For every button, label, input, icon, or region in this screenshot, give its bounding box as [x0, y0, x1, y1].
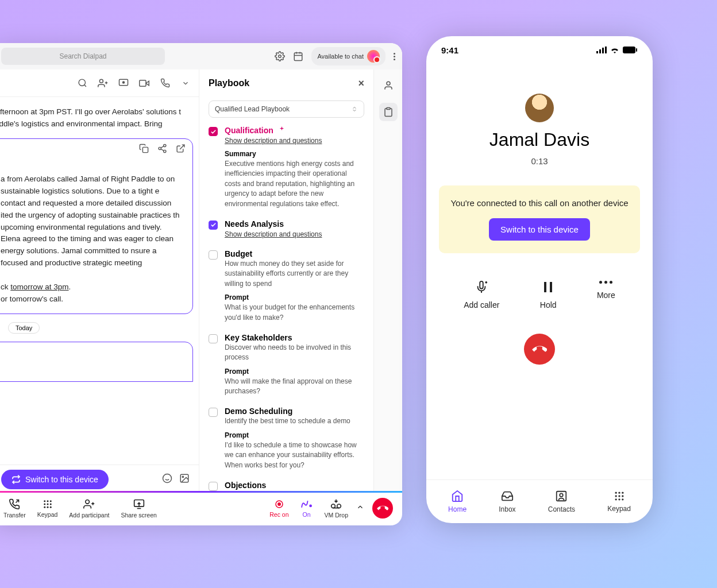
search-placeholder: Search Dialpad — [59, 52, 106, 60]
add-participant-button[interactable]: Add participant — [63, 498, 115, 519]
playbook-item: Key Stakeholders Discover who needs to b… — [209, 333, 364, 397]
profile-rail-button[interactable] — [379, 76, 398, 95]
svg-point-33 — [47, 503, 48, 505]
record-button[interactable]: Rec on — [264, 499, 294, 518]
playbook-item-title: Demo Scheduling — [225, 407, 364, 416]
svg-point-64 — [618, 492, 620, 494]
vm-drop-button[interactable]: VM Drop — [319, 498, 354, 519]
more-button[interactable]: More — [597, 281, 615, 310]
external-link-icon[interactable] — [175, 144, 186, 154]
svg-point-17 — [163, 150, 165, 153]
keypad-button[interactable]: Keypad — [32, 499, 64, 518]
emoji-icon[interactable] — [162, 473, 172, 483]
nav-home[interactable]: Home — [448, 490, 467, 513]
ai-toggle-button[interactable]: On — [295, 499, 319, 518]
playbook-item-title: Needs Analysis — [225, 219, 364, 229]
svg-marker-13 — [146, 81, 149, 86]
svg-line-20 — [180, 145, 184, 149]
playbook-text: Executive mentions high energy costs and… — [225, 159, 364, 209]
checkbox-icon[interactable] — [209, 127, 218, 136]
conversation-body: s afternoon at 3pm PST. I'll go over Aer… — [0, 97, 199, 465]
phone-icon[interactable] — [160, 78, 170, 88]
nav-keypad[interactable]: Keypad — [607, 490, 631, 513]
svg-rect-51 — [599, 49, 601, 53]
message-snippet: s afternoon at 3pm PST. I'll go over Aer… — [0, 103, 193, 138]
playbook-desc: Discover who needs to be involved in thi… — [225, 343, 364, 363]
video-icon[interactable] — [139, 78, 149, 88]
transfer-button[interactable]: Transfer — [0, 498, 32, 519]
svg-point-35 — [44, 506, 45, 508]
more-menu-icon[interactable] — [394, 53, 395, 60]
playbook-select[interactable]: Qualified Lead Playbook — [209, 100, 364, 118]
user-avatar — [367, 50, 380, 63]
add-person-icon[interactable] — [98, 78, 108, 88]
caller-name: Jamal Davis — [489, 129, 589, 150]
gear-icon[interactable] — [275, 51, 285, 61]
checkbox-icon[interactable] — [209, 482, 218, 491]
switch-device-button[interactable]: Switch to this device — [1, 470, 109, 489]
chevron-up-icon[interactable] — [356, 503, 364, 513]
playbook-item: Objections Uncover current concerns the … — [209, 481, 364, 491]
copy-icon[interactable] — [138, 144, 149, 154]
search-icon[interactable] — [77, 78, 87, 88]
more-icon — [599, 281, 612, 284]
share-screen-button[interactable]: Share screen — [115, 498, 162, 519]
hold-button[interactable]: Hold — [540, 281, 557, 310]
svg-rect-50 — [596, 51, 598, 53]
svg-point-37 — [49, 506, 51, 508]
calendar-icon[interactable] — [293, 51, 303, 61]
playbook-desc: How much money do they set aside for sus… — [225, 259, 364, 289]
svg-point-26 — [387, 82, 390, 85]
nav-contacts[interactable]: Contacts — [548, 490, 575, 513]
hangup-button[interactable] — [524, 334, 555, 365]
add-caller-button[interactable]: Add caller — [464, 281, 499, 310]
svg-point-11 — [123, 82, 125, 83]
show-description-link[interactable]: Show description and questions — [225, 230, 322, 238]
svg-point-25 — [182, 476, 183, 477]
status-pill[interactable]: Available to chat — [311, 47, 386, 65]
wifi-icon — [610, 45, 619, 55]
search-input[interactable]: Search Dialpad — [1, 48, 165, 65]
svg-point-29 — [44, 500, 45, 502]
switch-device-button[interactable]: Switch to this device — [489, 218, 590, 241]
svg-point-30 — [47, 500, 48, 502]
svg-point-16 — [159, 148, 161, 150]
playbook-item-title: Objections — [225, 481, 364, 490]
svg-line-18 — [161, 149, 164, 151]
chevron-down-icon[interactable] — [180, 78, 191, 88]
signal-icon — [596, 45, 607, 55]
checkbox-icon[interactable] — [209, 250, 218, 260]
hangup-button[interactable] — [372, 498, 393, 519]
summary-text: a from Aerolabs called Jamal of Right Pa… — [1, 173, 182, 305]
call-control-bar: Transfer Keypad Add participant Share sc… — [0, 491, 402, 525]
playbook-item: Qualification Show description and quest… — [209, 126, 364, 209]
show-description-link[interactable]: Show description and questions — [225, 137, 322, 145]
svg-point-62 — [560, 493, 564, 497]
screen-share-icon[interactable] — [118, 78, 129, 88]
svg-point-70 — [618, 498, 620, 500]
playbook-item: Budget How much money do they set aside … — [209, 249, 364, 323]
checkbox-icon[interactable] — [209, 334, 218, 343]
active-note-card[interactable] — [0, 342, 193, 382]
battery-icon — [623, 45, 638, 55]
svg-rect-52 — [602, 48, 604, 53]
time-link[interactable]: tomorrow at 3pm — [10, 283, 68, 291]
image-icon[interactable] — [179, 473, 190, 483]
checkbox-icon[interactable] — [209, 220, 218, 230]
checkbox-icon[interactable] — [209, 408, 218, 417]
status-text: Available to chat — [317, 53, 364, 60]
playbook-subheading: Prompt — [225, 293, 364, 301]
svg-point-5 — [79, 79, 85, 86]
share-icon[interactable] — [157, 144, 167, 154]
playbook-pane: Playbook × Qualified Lead Playbook Quali… — [199, 69, 373, 491]
playbook-text: I'd like to schedule a time to showcase … — [225, 440, 364, 470]
svg-point-7 — [99, 79, 103, 83]
ai-summary-card: a from Aerolabs called Jamal of Right Pa… — [0, 138, 193, 314]
svg-point-44 — [278, 502, 281, 505]
svg-line-6 — [84, 85, 86, 87]
svg-rect-1 — [295, 53, 303, 61]
nav-inbox[interactable]: Inbox — [499, 490, 515, 513]
statusbar: 9:41 — [426, 36, 653, 64]
close-icon[interactable]: × — [358, 78, 364, 90]
clipboard-rail-button[interactable] — [379, 103, 398, 121]
